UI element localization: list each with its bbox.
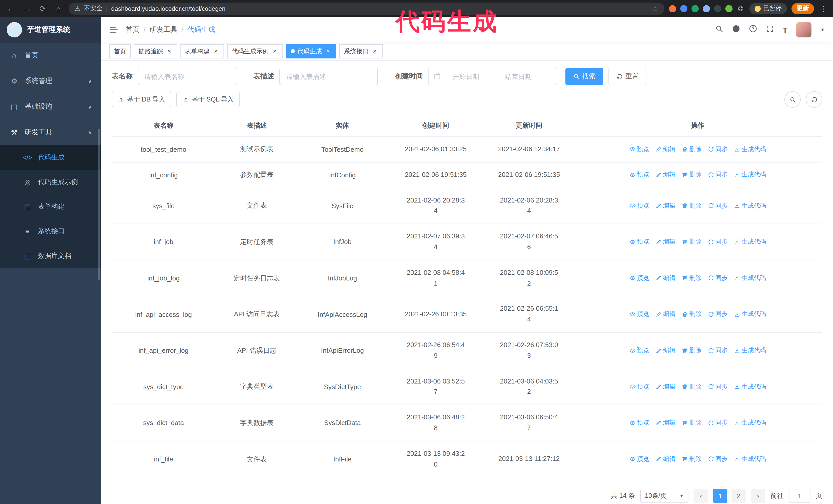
sync-link[interactable]: 同步 <box>708 382 728 391</box>
date-range-picker[interactable]: - <box>428 68 556 85</box>
sidebar-item-db-doc[interactable]: ▥数据库文档 <box>0 243 101 268</box>
goto-page-input[interactable] <box>789 489 810 503</box>
edit-link[interactable]: 编辑 <box>656 274 675 283</box>
sidebar-item-codegen-example[interactable]: ◎代码生成示例 <box>0 170 101 194</box>
table-desc-input[interactable] <box>279 68 378 85</box>
sidebar-item-infra[interactable]: ▤基础设施∨ <box>0 94 101 119</box>
github-icon[interactable] <box>732 25 740 35</box>
extension-icon[interactable] <box>680 5 687 12</box>
delete-link[interactable]: 删除 <box>682 455 701 463</box>
tag[interactable]: 代码生成× <box>286 44 336 58</box>
preview-link[interactable]: 预览 <box>629 145 649 153</box>
delete-link[interactable]: 删除 <box>682 170 701 179</box>
prev-page-button[interactable]: ‹ <box>694 489 708 503</box>
generate-link[interactable]: 生成代码 <box>734 346 766 355</box>
delete-link[interactable]: 删除 <box>682 237 701 246</box>
close-icon[interactable]: × <box>271 48 278 55</box>
preview-link[interactable]: 预览 <box>629 201 649 210</box>
tag[interactable]: 首页 <box>109 44 131 58</box>
edit-link[interactable]: 编辑 <box>656 418 675 427</box>
delete-link[interactable]: 删除 <box>682 418 701 427</box>
sidebar-item-system[interactable]: ⚙系统管理∨ <box>0 68 101 94</box>
sync-link[interactable]: 同步 <box>708 170 728 179</box>
breadcrumb-item[interactable]: 研发工具 <box>150 25 177 34</box>
avatar[interactable] <box>796 22 811 38</box>
tag[interactable]: 链路追踪× <box>134 44 177 58</box>
sidebar-item-codegen[interactable]: </>代码生成 <box>0 145 101 170</box>
sync-link[interactable]: 同步 <box>708 145 728 153</box>
edit-link[interactable]: 编辑 <box>656 145 675 153</box>
sync-link[interactable]: 同步 <box>708 455 728 463</box>
page-button-2[interactable]: 2 <box>732 489 746 503</box>
font-size-icon[interactable]: T <box>783 25 787 34</box>
start-date-input[interactable] <box>444 72 488 81</box>
edit-link[interactable]: 编辑 <box>656 237 675 246</box>
edit-link[interactable]: 编辑 <box>656 382 675 391</box>
sync-link[interactable]: 同步 <box>708 310 728 319</box>
paused-badge[interactable]: 已暂停 <box>749 3 787 14</box>
edit-link[interactable]: 编辑 <box>656 201 675 210</box>
tag[interactable]: 表单构建× <box>181 44 224 58</box>
end-date-input[interactable] <box>497 72 541 81</box>
generate-link[interactable]: 生成代码 <box>734 145 766 153</box>
edit-link[interactable]: 编辑 <box>656 455 675 463</box>
delete-link[interactable]: 删除 <box>682 382 701 391</box>
help-icon[interactable] <box>749 25 757 35</box>
generate-link[interactable]: 生成代码 <box>734 418 766 427</box>
reset-button[interactable]: 重置 <box>609 68 646 85</box>
delete-link[interactable]: 删除 <box>682 274 701 283</box>
page-size-select[interactable]: 10条/页 ▼ <box>640 489 688 503</box>
update-button[interactable]: 更新 <box>791 3 814 14</box>
puzzle-icon[interactable] <box>737 4 745 13</box>
extension-icon[interactable] <box>725 5 733 12</box>
table-name-input[interactable] <box>138 68 236 85</box>
sidebar-item-home[interactable]: ⌂首页 <box>0 43 101 68</box>
delete-link[interactable]: 删除 <box>682 201 701 210</box>
preview-link[interactable]: 预览 <box>629 346 649 355</box>
extension-icon[interactable] <box>714 5 721 12</box>
refresh-button[interactable] <box>806 91 822 108</box>
chevron-down-icon[interactable]: ▼ <box>820 27 825 32</box>
address-bar[interactable]: ⚠ 不安全 | dashboard.yudao.iocoder.cn/tool/… <box>69 2 664 15</box>
delete-link[interactable]: 删除 <box>682 145 701 153</box>
generate-link[interactable]: 生成代码 <box>734 382 766 391</box>
close-icon[interactable]: × <box>371 48 378 55</box>
generate-link[interactable]: 生成代码 <box>734 455 766 463</box>
sync-link[interactable]: 同步 <box>708 237 728 246</box>
page-button-1[interactable]: 1 <box>713 489 728 503</box>
preview-link[interactable]: 预览 <box>629 455 649 463</box>
forward-icon[interactable]: → <box>21 3 32 14</box>
back-icon[interactable]: ← <box>5 3 17 14</box>
close-icon[interactable]: × <box>166 48 173 55</box>
bookmark-star-icon[interactable]: ☆ <box>652 4 658 13</box>
fullscreen-icon[interactable] <box>766 25 774 35</box>
generate-link[interactable]: 生成代码 <box>734 274 766 283</box>
extension-icon[interactable] <box>691 5 699 12</box>
tag[interactable]: 代码生成示例× <box>227 44 283 58</box>
generate-link[interactable]: 生成代码 <box>734 201 766 210</box>
sync-link[interactable]: 同步 <box>708 418 728 427</box>
breadcrumb-item[interactable]: 首页 <box>125 25 139 34</box>
edit-link[interactable]: 编辑 <box>656 310 675 319</box>
next-page-button[interactable]: › <box>751 489 765 503</box>
browser-menu-icon[interactable]: ⋮ <box>819 4 828 13</box>
sync-link[interactable]: 同步 <box>708 274 728 283</box>
extension-icon[interactable] <box>703 5 710 12</box>
close-icon[interactable]: × <box>325 48 332 55</box>
edit-link[interactable]: 编辑 <box>656 346 675 355</box>
preview-link[interactable]: 预览 <box>629 418 649 427</box>
preview-link[interactable]: 预览 <box>629 237 649 246</box>
delete-link[interactable]: 删除 <box>682 310 701 319</box>
delete-link[interactable]: 删除 <box>682 346 701 355</box>
sidebar-item-form-builder[interactable]: ▦表单构建 <box>0 194 101 219</box>
scrollbar-thumb[interactable] <box>98 129 100 280</box>
sync-link[interactable]: 同步 <box>708 346 728 355</box>
preview-link[interactable]: 预览 <box>629 274 649 283</box>
preview-link[interactable]: 预览 <box>629 170 649 179</box>
search-icon[interactable] <box>715 25 723 35</box>
preview-link[interactable]: 预览 <box>629 310 649 319</box>
home-icon[interactable]: ⌂ <box>53 3 64 14</box>
import-sql-button[interactable]: 基于 SQL 导入 <box>176 92 240 107</box>
toggle-search-button[interactable] <box>784 91 801 108</box>
search-button[interactable]: 搜索 <box>565 68 603 85</box>
